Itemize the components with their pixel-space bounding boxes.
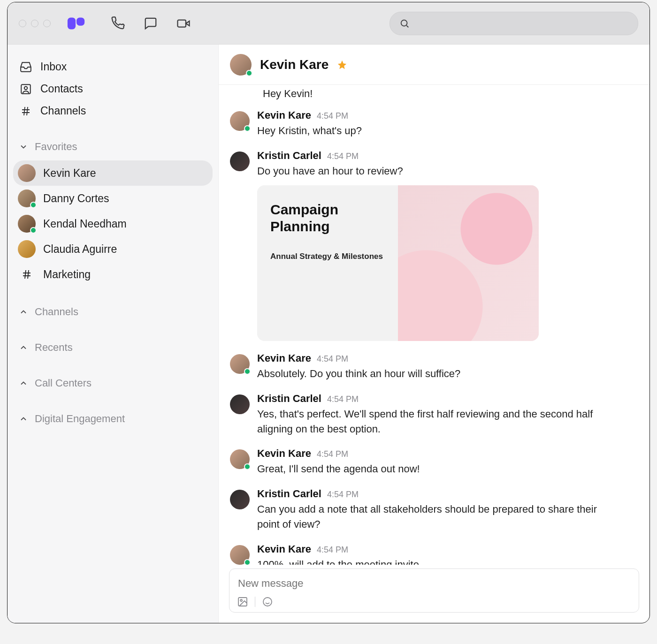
avatar xyxy=(230,394,250,414)
favorite-name: Kendal Needham xyxy=(43,218,127,230)
contacts-icon xyxy=(20,83,32,95)
avatar xyxy=(230,449,250,469)
message: Kevin Kare4:54 PM100%, will add to the m… xyxy=(230,538,638,565)
sidebar-favorite[interactable]: Kevin Kare xyxy=(13,160,213,186)
chevron-up-icon xyxy=(19,379,28,388)
nav-channels[interactable]: Channels xyxy=(13,100,213,122)
composer-toolbar xyxy=(237,596,631,607)
sidebar-favorite[interactable]: Kendal Needham xyxy=(13,211,213,236)
nav-inbox[interactable]: Inbox xyxy=(13,56,213,78)
video-icon[interactable] xyxy=(176,16,191,30)
titlebar xyxy=(8,2,649,45)
presence-online-icon xyxy=(244,463,251,470)
section-callcenters-label: Call Centers xyxy=(35,377,92,389)
message: Kristin Carlel4:54 PMYes, that's perfect… xyxy=(230,387,638,442)
search-icon xyxy=(399,18,410,29)
message-time: 4:54 PM xyxy=(317,545,348,555)
attachment-thumbnail xyxy=(398,185,539,341)
message-time: 4:54 PM xyxy=(317,449,348,459)
avatar xyxy=(18,164,36,182)
divider xyxy=(255,597,255,607)
message: Kevin Kare4:54 PMHey Kristin, what's up? xyxy=(230,104,638,144)
message-text: Absolutely. Do you think an hour will su… xyxy=(257,366,460,381)
search-input[interactable] xyxy=(416,18,628,29)
attachment-card[interactable]: Campaign PlanningAnnual Strategy & Miles… xyxy=(257,185,539,341)
avatar xyxy=(230,354,250,374)
message-sender: Kevin Kare xyxy=(257,109,311,121)
svg-point-16 xyxy=(263,598,272,606)
presence-online-icon xyxy=(244,559,251,565)
hash-icon xyxy=(18,265,36,283)
svg-line-9 xyxy=(27,107,28,115)
presence-online-icon xyxy=(30,227,37,234)
message-time: 4:54 PM xyxy=(327,490,359,500)
section-channels[interactable]: Channels xyxy=(13,301,213,323)
chevron-up-icon xyxy=(19,414,28,424)
conversation-header: Kevin Kare xyxy=(219,45,649,85)
search-bar[interactable] xyxy=(390,12,638,35)
message-text: Hey Kristin, what's up? xyxy=(257,123,362,138)
message-time: 4:54 PM xyxy=(317,111,348,121)
close-circle-icon[interactable] xyxy=(19,20,26,27)
section-favorites[interactable]: Favorites xyxy=(13,136,213,158)
conversation-title: Kevin Kare xyxy=(260,57,328,72)
minimize-circle-icon[interactable] xyxy=(31,20,38,27)
message-text: Can you add a note that all stakeholders… xyxy=(257,502,614,532)
section-digital[interactable]: Digital Engagement xyxy=(13,408,213,430)
message: Kevin Kare4:54 PMAbsolutely. Do you thin… xyxy=(230,347,638,387)
image-icon[interactable] xyxy=(237,596,248,607)
maximize-circle-icon[interactable] xyxy=(43,20,51,27)
message: Kristin Carlel4:54 PMDo you have an hour… xyxy=(230,144,638,347)
message-time: 4:54 PM xyxy=(317,354,348,364)
avatar xyxy=(230,111,250,131)
presence-online-icon xyxy=(246,70,252,76)
favorites-list: Kevin KareDanny CortesKendal NeedhamClau… xyxy=(13,158,213,287)
avatar xyxy=(18,215,36,233)
sidebar-favorite[interactable]: Danny Cortes xyxy=(13,186,213,211)
favorite-name: Claudia Aguirre xyxy=(43,243,117,256)
message-composer[interactable] xyxy=(229,568,639,613)
sidebar-favorite[interactable]: Claudia Aguirre xyxy=(13,236,213,262)
inbox-icon xyxy=(20,61,32,73)
chat-icon[interactable] xyxy=(144,16,158,30)
avatar xyxy=(230,152,250,171)
composer-input[interactable] xyxy=(237,575,631,596)
section-callcenters[interactable]: Call Centers xyxy=(13,372,213,394)
emoji-icon[interactable] xyxy=(262,596,273,607)
message-sender: Kevin Kare xyxy=(257,447,311,460)
nav-contacts-label: Contacts xyxy=(40,83,83,95)
section-recents-label: Recents xyxy=(35,341,73,354)
message-text: Hey Kevin! xyxy=(230,88,638,104)
section-recents[interactable]: Recents xyxy=(13,337,213,358)
nav-contacts[interactable]: Contacts xyxy=(13,78,213,100)
favorite-name: Danny Cortes xyxy=(43,192,109,205)
hash-icon xyxy=(20,105,32,117)
sidebar: Inbox Contacts Channels Favorites Kevin … xyxy=(8,45,219,623)
sidebar-favorite[interactable]: Marketing xyxy=(13,262,213,287)
chevron-down-icon xyxy=(19,142,28,152)
message-text: Yes, that's perfect. We'll spend the fir… xyxy=(257,407,614,437)
message-list[interactable]: Hey Kevin! Kevin Kare4:54 PMHey Kristin,… xyxy=(219,85,649,565)
message-sender: Kristin Carlel xyxy=(257,393,321,405)
message-text: 100%, will add to the meeting invite. xyxy=(257,557,422,565)
svg-point-15 xyxy=(240,599,242,601)
window-controls[interactable] xyxy=(19,20,51,27)
app-window: Inbox Contacts Channels Favorites Kevin … xyxy=(7,2,650,623)
conversation-panel: Kevin Kare Hey Kevin! Kevin Kare4:54 PMH… xyxy=(219,45,649,623)
message-sender: Kristin Carlel xyxy=(257,150,321,162)
avatar xyxy=(18,240,36,258)
presence-online-icon xyxy=(244,125,251,132)
section-digital-label: Digital Engagement xyxy=(35,413,125,425)
svg-line-12 xyxy=(25,270,26,279)
section-channels-label: Channels xyxy=(35,306,78,318)
favorite-name: Kevin Kare xyxy=(43,167,96,180)
svg-rect-0 xyxy=(68,17,76,29)
message-text: Do you have an hour to review? xyxy=(257,164,539,179)
message-text: Great, I'll send the agenda out now! xyxy=(257,462,420,477)
chevron-up-icon xyxy=(19,343,28,352)
svg-rect-4 xyxy=(21,84,31,94)
svg-line-8 xyxy=(24,107,25,115)
svg-rect-2 xyxy=(178,20,186,27)
star-icon[interactable] xyxy=(337,60,347,70)
phone-icon[interactable] xyxy=(111,16,125,30)
